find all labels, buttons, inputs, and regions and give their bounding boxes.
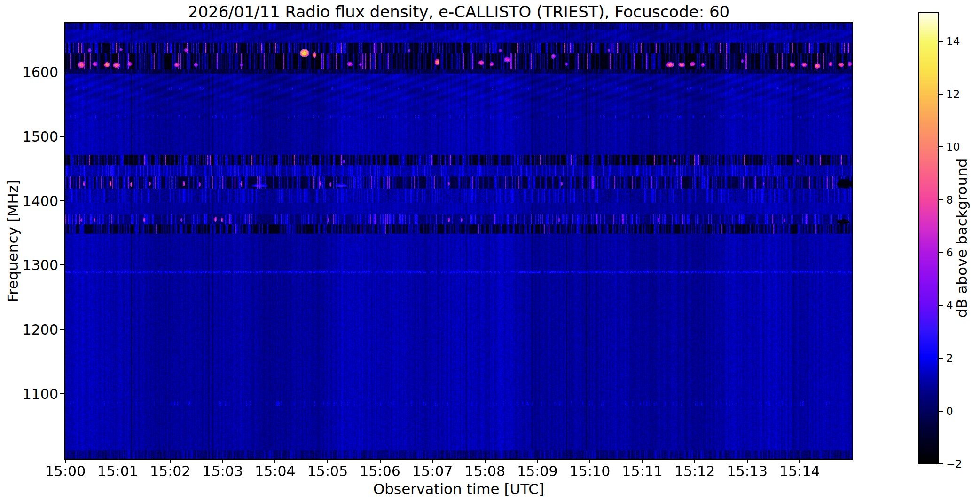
x-tick-label: 15:12 — [674, 463, 715, 479]
x-tick — [380, 459, 381, 463]
x-tick-label: 15:08 — [465, 463, 505, 479]
x-tick-label: 15:09 — [517, 463, 557, 479]
y-tick-label: 1100 — [0, 385, 58, 402]
x-tick — [747, 459, 748, 463]
x-tick — [642, 459, 643, 463]
x-tick-label: 15:00 — [45, 463, 86, 479]
colorbar-tick-label: 6 — [946, 247, 953, 259]
y-tick-label: 1500 — [0, 128, 58, 144]
y-tick-label: 1600 — [0, 64, 58, 80]
x-tick-label: 15:13 — [727, 463, 768, 479]
x-tick — [799, 459, 800, 463]
x-tick — [537, 459, 538, 463]
colorbar-tick — [939, 146, 943, 147]
spectrogram-figure: 2026/01/11 Radio flux density, e-CALLIST… — [0, 0, 980, 502]
colorbar-tick-label: 8 — [946, 194, 953, 206]
colorbar-tick-label: 4 — [946, 299, 953, 311]
colorbar-tick-label: 14 — [946, 35, 960, 48]
y-tick-label: 1200 — [0, 321, 58, 338]
plot-frame — [64, 22, 853, 460]
x-tick — [589, 459, 590, 463]
colorbar-tick — [939, 358, 943, 359]
colorbar-tick — [939, 94, 943, 95]
colorbar-tick-label: 0 — [946, 405, 953, 417]
x-tick-label: 15:14 — [779, 463, 820, 479]
y-tick — [60, 264, 64, 265]
y-tick-label: 1400 — [0, 192, 58, 209]
x-tick — [432, 459, 433, 463]
x-tick — [694, 459, 695, 463]
x-tick-label: 15:10 — [570, 463, 610, 479]
colorbar-tick — [939, 305, 943, 306]
y-tick — [60, 72, 64, 72]
x-tick — [170, 459, 171, 463]
x-tick-label: 15:02 — [150, 463, 190, 479]
colorbar-tick-label: 2 — [946, 352, 953, 364]
y-tick — [60, 136, 64, 137]
x-tick — [274, 459, 275, 463]
x-tick-label: 15:07 — [412, 463, 453, 479]
y-tick-label: 1300 — [0, 257, 58, 273]
x-tick — [485, 459, 486, 463]
y-tick — [60, 329, 64, 330]
colorbar-tick-label: 12 — [946, 88, 960, 100]
x-tick-label: 15:03 — [203, 463, 243, 479]
colorbar-label: dB above background — [953, 158, 970, 318]
x-tick — [222, 459, 223, 463]
x-tick — [327, 459, 328, 463]
y-tick — [60, 200, 64, 201]
x-tick-label: 15:04 — [255, 463, 295, 479]
x-tick-label: 15:11 — [622, 463, 662, 479]
colorbar-tick — [939, 199, 943, 200]
colorbar-frame — [918, 12, 939, 464]
colorbar-tick — [939, 41, 943, 42]
x-tick-label: 15:05 — [307, 463, 348, 479]
colorbar-tick-label: −2 — [946, 458, 962, 470]
colorbar-tick — [939, 463, 943, 464]
x-tick — [118, 459, 118, 463]
colorbar-tick — [939, 411, 943, 412]
colorbar-tick — [939, 252, 943, 253]
colorbar-tick-label: 10 — [946, 141, 960, 153]
chart-title: 2026/01/11 Radio flux density, e-CALLIST… — [65, 2, 852, 21]
x-tick-label: 15:06 — [360, 463, 400, 479]
x-tick-label: 15:01 — [97, 463, 138, 479]
x-axis-label: Observation time [UTC] — [65, 480, 852, 497]
x-tick — [65, 459, 66, 463]
y-tick — [60, 393, 64, 394]
